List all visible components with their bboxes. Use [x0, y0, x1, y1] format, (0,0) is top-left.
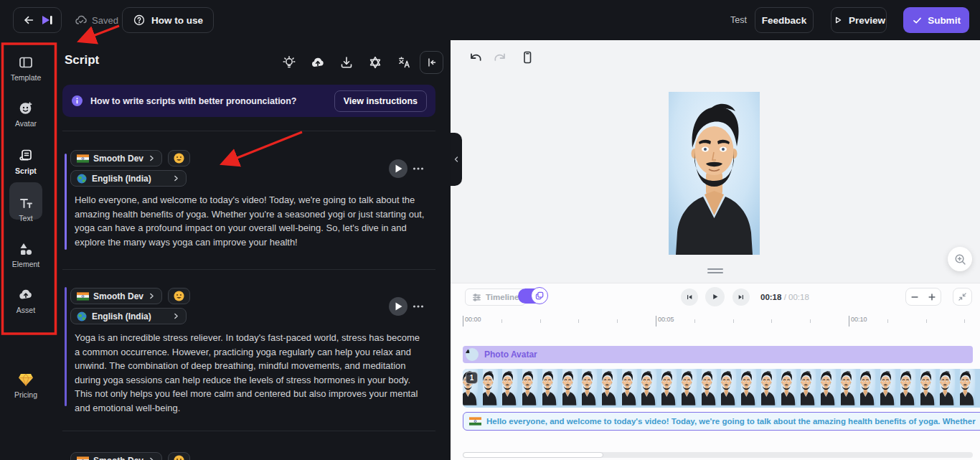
collapse-arrows-icon [958, 292, 967, 301]
skip-forward-button[interactable] [732, 288, 750, 306]
playback-time: 00:18 / 00:18 [760, 293, 809, 301]
ruler-tick [501, 319, 502, 323]
filmstrip-frame [702, 369, 722, 408]
sidebar-item-asset[interactable]: Asset [0, 287, 52, 314]
ellipsis-icon [413, 164, 424, 173]
sidebar-item-text[interactable]: Text [0, 195, 52, 222]
sidebar-item-pricing[interactable]: Pricing [0, 372, 52, 399]
sidebar-item-avatar[interactable]: Avatar [0, 100, 52, 128]
india-flag-icon [77, 154, 89, 163]
avatar-on-canvas[interactable] [669, 92, 760, 255]
filmstrip-frame [602, 369, 622, 408]
script-text[interactable]: Yoga is an incredible stress reliever. I… [75, 331, 426, 415]
sidebar-item-element[interactable]: Element [0, 241, 52, 268]
voice-selector-chip[interactable]: Smooth Dev [70, 150, 162, 166]
translate-icon[interactable] [397, 55, 411, 70]
timeline-scrollbar[interactable] [463, 452, 973, 458]
timeline-section: Timeline 00:18 / 00:18 [451, 283, 980, 460]
photo-avatar-track[interactable]: Photo Avatar [463, 346, 973, 363]
chatgpt-icon[interactable] [368, 55, 382, 70]
filmstrip-frame [641, 369, 661, 408]
preview-button[interactable]: Preview [831, 7, 887, 33]
skip-back-button[interactable] [681, 288, 698, 306]
plus-icon [928, 293, 936, 301]
layers-toggle-switch[interactable] [518, 288, 547, 304]
play-pause-button[interactable] [705, 287, 725, 306]
filmstrip-frame [920, 369, 941, 408]
emoji-insert-button[interactable] [168, 288, 190, 304]
subtitle-text: Hello everyone, and welcome to today's v… [486, 417, 978, 426]
current-time: 00:18 [760, 293, 781, 301]
emoji-insert-button[interactable] [168, 150, 190, 166]
more-options-button[interactable] [413, 164, 424, 173]
collapse-panel-button[interactable] [420, 51, 443, 74]
filmstrip-frame [582, 369, 602, 408]
save-status-label: Saved [92, 15, 118, 26]
preview-label: Preview [849, 15, 885, 26]
filmstrip-frame [542, 369, 562, 408]
language-selector-chip[interactable]: English (India) [70, 170, 187, 187]
filmstrip-frame [761, 369, 781, 408]
collapse-left-icon [425, 56, 438, 69]
play-script-button[interactable] [389, 297, 407, 316]
scrollbar-thumb[interactable] [463, 452, 603, 458]
zoom-in-button[interactable] [923, 288, 941, 305]
voice-selector-chip[interactable]: Smooth Dev [70, 452, 162, 460]
feedback-button[interactable]: Feedback [755, 7, 814, 33]
play-script-button[interactable] [389, 159, 407, 178]
more-options-button[interactable] [413, 302, 424, 311]
language-name: English (India) [92, 174, 151, 184]
cloud-upload-icon[interactable] [311, 55, 325, 70]
voice-selector-chip[interactable]: Smooth Dev [70, 288, 162, 304]
voice-name: Smooth Dev [93, 154, 143, 164]
timeline-button-label: Timeline [486, 293, 519, 301]
filmstrip-frame [900, 369, 920, 408]
preview-canvas: Timeline 00:18 / 00:18 [451, 40, 980, 460]
download-icon[interactable] [339, 55, 354, 70]
emoji-insert-button[interactable] [168, 452, 190, 460]
collapse-timeline-button[interactable] [953, 288, 972, 306]
chevron-right-icon [172, 174, 180, 182]
zoom-out-button[interactable] [906, 288, 923, 305]
sidebar: Template Avatar Script Text Element [0, 40, 52, 460]
language-selector-chip[interactable]: English (India) [70, 308, 187, 324]
how-to-use-button[interactable]: How to use [122, 7, 214, 33]
canvas-zoom-button[interactable] [948, 247, 972, 271]
orientation-phone-button[interactable] [519, 50, 535, 65]
idea-bulb-icon[interactable] [282, 55, 296, 70]
submit-button[interactable]: Submit [903, 7, 969, 33]
subtitle-track[interactable]: Hello everyone, and welcome to today's v… [463, 412, 980, 431]
stage-drag-handle[interactable] [707, 268, 723, 273]
sidebar-item-label: Template [11, 73, 42, 82]
skip-back-icon [685, 293, 694, 301]
script-text[interactable]: Hello everyone, and welcome to today's v… [75, 193, 426, 249]
sidebar-item-script[interactable]: Script [0, 148, 52, 175]
timeline-toggle-button[interactable]: Timeline [465, 288, 526, 306]
ruler-tick-major: 00:05 [656, 316, 656, 327]
sidebar-item-label: Script [15, 166, 37, 175]
sidebar-item-template[interactable]: Template [0, 55, 52, 82]
info-icon [71, 95, 83, 107]
ruler-tick [540, 319, 541, 323]
question-circle-icon [133, 14, 146, 27]
back-button[interactable] [13, 7, 62, 33]
smiley-icon [174, 455, 184, 460]
filmstrip-frame [940, 369, 960, 408]
ruler-tick [733, 319, 734, 323]
video-clip-track[interactable]: 1 [463, 369, 980, 408]
collapse-script-panel-tab[interactable] [451, 133, 462, 186]
redo-button[interactable] [492, 50, 508, 66]
undo-button[interactable] [468, 50, 484, 66]
view-instructions-button[interactable]: View instructions [334, 90, 427, 112]
filmstrip-frame [562, 369, 583, 408]
feedback-label: Feedback [762, 15, 806, 26]
toggle-knob [531, 287, 548, 304]
filmstrip-frame [721, 369, 741, 408]
sidebar-item-label: Element [12, 260, 40, 268]
filmstrip-frame [741, 369, 761, 408]
sidebar-item-label: Pricing [14, 390, 37, 399]
smiley-icon [174, 291, 184, 301]
timeline-ruler[interactable]: 00:0000:0500:10 [463, 315, 973, 328]
language-name: English (India) [92, 311, 151, 321]
play-outline-icon [832, 14, 844, 26]
